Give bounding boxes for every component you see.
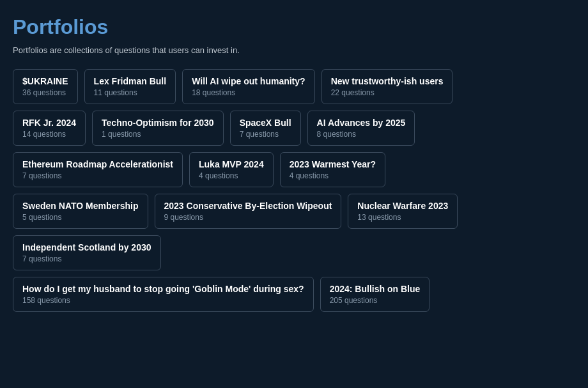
portfolio-title-rfk-jr-2024: RFK Jr. 2024 xyxy=(22,118,76,128)
portfolio-count-independent-scotland-by-2030: 7 questions xyxy=(22,254,151,263)
page-subtitle: Portfolios are collections of questions … xyxy=(13,45,575,55)
portfolio-title-2023-warmest-year: 2023 Warmest Year? xyxy=(290,159,376,169)
portfolio-card-spacex-bull[interactable]: SpaceX Bull7 questions xyxy=(230,111,301,146)
portfolio-card-2024-bullish-on-blue[interactable]: 2024: Bullish on Blue205 questions xyxy=(320,277,430,312)
portfolio-title-ukraine: $UKRAINE xyxy=(22,76,68,86)
portfolio-title-ai-advances-by-2025: AI Advances by 2025 xyxy=(317,118,406,128)
portfolio-card-ukraine[interactable]: $UKRAINE36 questions xyxy=(13,69,78,104)
portfolio-count-goblin-mode: 158 questions xyxy=(22,296,304,305)
portfolio-title-spacex-bull: SpaceX Bull xyxy=(240,118,291,128)
portfolio-card-rfk-jr-2024[interactable]: RFK Jr. 202414 questions xyxy=(13,111,86,146)
portfolio-title-sweden-nato-membership: Sweden NATO Membership xyxy=(22,201,139,211)
portfolio-count-2024-bullish-on-blue: 205 questions xyxy=(330,296,421,305)
portfolio-row-row2: RFK Jr. 202414 questionsTechno-Optimism … xyxy=(13,111,575,146)
portfolio-title-2024-bullish-on-blue: 2024: Bullish on Blue xyxy=(330,284,421,294)
portfolios-grid: $UKRAINE36 questionsLex Fridman Bull11 q… xyxy=(13,69,575,312)
portfolio-count-spacex-bull: 7 questions xyxy=(240,130,291,139)
page-title: Portfolios xyxy=(13,15,575,39)
portfolio-title-2023-conservative-by-election-wipeout: 2023 Conservative By-Election Wipeout xyxy=(164,201,332,211)
portfolio-title-will-ai-wipe-out-humanity: Will AI wipe out humanity? xyxy=(192,76,305,86)
portfolio-card-2023-warmest-year[interactable]: 2023 Warmest Year?4 questions xyxy=(280,152,385,187)
portfolio-count-2023-conservative-by-election-wipeout: 9 questions xyxy=(164,213,332,222)
portfolio-card-ethereum-roadmap-accelerationist[interactable]: Ethereum Roadmap Accelerationist7 questi… xyxy=(13,152,183,187)
portfolio-count-luka-mvp-2024: 4 questions xyxy=(199,171,264,180)
portfolio-title-techno-optimism-for-2030: Techno-Optimism for 2030 xyxy=(102,118,214,128)
portfolio-count-techno-optimism-for-2030: 1 questions xyxy=(102,130,214,139)
portfolio-row-row6: How do I get my husband to stop going 'G… xyxy=(13,277,575,312)
portfolio-title-independent-scotland-by-2030: Independent Scotland by 2030 xyxy=(22,242,151,252)
portfolio-count-lex-fridman-bull: 11 questions xyxy=(94,88,167,97)
portfolio-row-row1: $UKRAINE36 questionsLex Fridman Bull11 q… xyxy=(13,69,575,104)
portfolio-title-new-trustworthy-ish-users: New trustworthy-ish users xyxy=(331,76,444,86)
portfolio-count-ethereum-roadmap-accelerationist: 7 questions xyxy=(22,171,173,180)
portfolio-card-independent-scotland-by-2030[interactable]: Independent Scotland by 20307 questions xyxy=(13,235,161,270)
portfolio-card-techno-optimism-for-2030[interactable]: Techno-Optimism for 20301 questions xyxy=(92,111,224,146)
portfolio-card-lex-fridman-bull[interactable]: Lex Fridman Bull11 questions xyxy=(84,69,176,104)
portfolio-count-ai-advances-by-2025: 8 questions xyxy=(317,130,406,139)
portfolio-title-ethereum-roadmap-accelerationist: Ethereum Roadmap Accelerationist xyxy=(22,159,173,169)
portfolio-card-luka-mvp-2024[interactable]: Luka MVP 20244 questions xyxy=(189,152,274,187)
portfolio-card-ai-advances-by-2025[interactable]: AI Advances by 20258 questions xyxy=(307,111,415,146)
portfolio-row-row5: Independent Scotland by 20307 questions xyxy=(13,235,575,270)
portfolio-count-2023-warmest-year: 4 questions xyxy=(290,171,376,180)
portfolio-card-will-ai-wipe-out-humanity[interactable]: Will AI wipe out humanity?18 questions xyxy=(182,69,314,104)
portfolio-card-2023-conservative-by-election-wipeout[interactable]: 2023 Conservative By-Election Wipeout9 q… xyxy=(155,194,342,229)
portfolio-card-goblin-mode[interactable]: How do I get my husband to stop going 'G… xyxy=(13,277,314,312)
portfolio-card-nuclear-warfare-2023[interactable]: Nuclear Warfare 202313 questions xyxy=(348,194,458,229)
portfolio-card-sweden-nato-membership[interactable]: Sweden NATO Membership5 questions xyxy=(13,194,148,229)
portfolio-count-nuclear-warfare-2023: 13 questions xyxy=(357,213,448,222)
portfolio-count-rfk-jr-2024: 14 questions xyxy=(22,130,76,139)
portfolio-title-goblin-mode: How do I get my husband to stop going 'G… xyxy=(22,284,304,294)
portfolio-row-row3: Ethereum Roadmap Accelerationist7 questi… xyxy=(13,152,575,187)
portfolio-title-nuclear-warfare-2023: Nuclear Warfare 2023 xyxy=(357,201,448,211)
portfolio-card-new-trustworthy-ish-users[interactable]: New trustworthy-ish users22 questions xyxy=(321,69,453,104)
portfolio-title-luka-mvp-2024: Luka MVP 2024 xyxy=(199,159,264,169)
portfolio-count-sweden-nato-membership: 5 questions xyxy=(22,213,139,222)
portfolio-row-row4: Sweden NATO Membership5 questions2023 Co… xyxy=(13,194,575,229)
portfolio-count-will-ai-wipe-out-humanity: 18 questions xyxy=(192,88,305,97)
portfolio-count-ukraine: 36 questions xyxy=(22,88,68,97)
portfolio-count-new-trustworthy-ish-users: 22 questions xyxy=(331,88,444,97)
portfolio-title-lex-fridman-bull: Lex Fridman Bull xyxy=(94,76,167,86)
